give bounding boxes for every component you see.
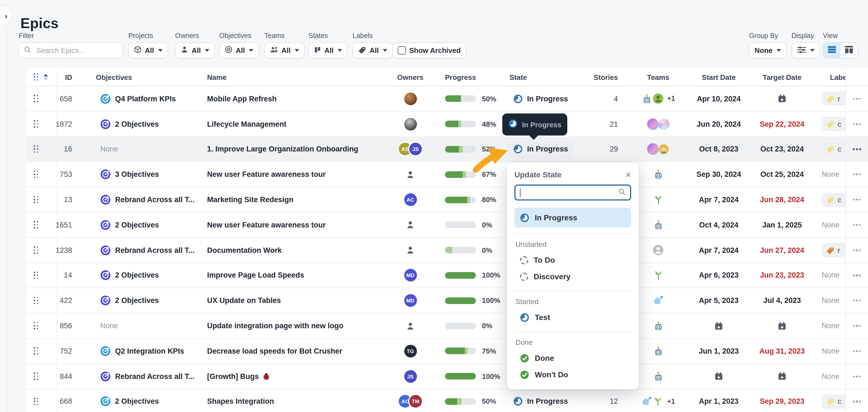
row-drag-handle[interactable] xyxy=(26,263,57,288)
add-date-calendar-icon[interactable] xyxy=(714,321,723,330)
date-text[interactable]: Apr 1, 2023 xyxy=(699,398,739,406)
row-overflow-menu-button[interactable] xyxy=(845,213,868,237)
date-text[interactable]: Aug 31, 2023 xyxy=(759,347,805,355)
column-header-state[interactable]: State xyxy=(498,68,595,86)
filter-projects-dropdown[interactable]: All xyxy=(128,42,168,58)
row-drag-handle[interactable] xyxy=(26,339,57,363)
date-text[interactable]: Jun 23, 2023 xyxy=(760,271,804,280)
date-text[interactable]: Jun 28, 2024 xyxy=(760,195,804,204)
row-overflow-menu-button[interactable] xyxy=(845,313,868,338)
filter-states-dropdown[interactable]: All xyxy=(308,42,347,58)
filter-objectives-dropdown[interactable]: All xyxy=(219,42,258,58)
add-date-calendar-icon[interactable] xyxy=(714,372,723,381)
state-option[interactable]: To Do xyxy=(515,252,631,268)
cell-objectives[interactable]: 2 Objectives xyxy=(83,263,198,288)
cell-name[interactable]: Documentation Work xyxy=(198,238,385,263)
date-text[interactable]: Sep 30, 2024 xyxy=(696,170,741,179)
state-button[interactable]: In Progress xyxy=(507,90,574,107)
cell-name[interactable]: UX Update on Tables xyxy=(198,288,385,313)
filter-teams-dropdown[interactable]: All xyxy=(265,42,304,58)
display-dropdown[interactable] xyxy=(792,42,820,58)
cell-name[interactable]: Decrease load speeds for Bot Crusher xyxy=(198,339,385,363)
row-overflow-menu-button[interactable] xyxy=(845,238,868,263)
column-header-teams[interactable]: Teams xyxy=(628,68,688,86)
column-header-objectives[interactable]: Objectives xyxy=(83,68,198,86)
cell-objectives[interactable]: 2 Objectives xyxy=(83,288,198,313)
row-drag-handle[interactable] xyxy=(26,288,57,313)
group-by-dropdown[interactable]: None xyxy=(749,42,786,58)
cell-objectives[interactable]: 2 Objectives xyxy=(83,112,198,136)
cell-name[interactable]: New user Feature awareness tour xyxy=(198,162,385,187)
column-header-progress[interactable]: Progress xyxy=(435,68,498,86)
row-drag-handle[interactable] xyxy=(26,213,57,237)
cell-name[interactable]: Marketing Site Redesign xyxy=(198,187,385,212)
row-overflow-menu-button[interactable] xyxy=(845,263,868,288)
date-text[interactable]: Oct 8, 2023 xyxy=(699,145,739,153)
cell-name[interactable]: Improve Page Load Speeds xyxy=(198,263,385,288)
date-text[interactable]: Apr 7, 2024 xyxy=(699,246,739,254)
cell-objectives[interactable]: Q4 Platform KPIs xyxy=(83,87,198,111)
row-drag-handle[interactable] xyxy=(26,137,57,162)
close-icon[interactable]: ✕ xyxy=(625,170,631,179)
column-header-name[interactable]: Name xyxy=(198,68,385,86)
cell-objectives[interactable]: Q2 Integration KPIs xyxy=(83,339,198,363)
row-overflow-menu-button[interactable] xyxy=(845,288,868,313)
state-option[interactable]: Discovery xyxy=(515,268,631,285)
cell-objectives[interactable]: Rebrand Across all T... xyxy=(83,187,198,212)
filter-labels-dropdown[interactable]: All xyxy=(352,42,393,58)
row-overflow-menu-button[interactable] xyxy=(845,137,868,162)
date-text[interactable]: Jul 4, 2023 xyxy=(763,296,801,305)
row-drag-handle[interactable] xyxy=(26,364,57,389)
date-text[interactable]: Sep 22, 2024 xyxy=(760,120,804,128)
row-overflow-menu-button[interactable] xyxy=(845,162,868,187)
board-view-button[interactable] xyxy=(840,43,858,58)
column-header-id[interactable]: ID xyxy=(57,68,83,86)
state-option[interactable]: Done xyxy=(515,350,631,366)
show-archived-checkbox[interactable] xyxy=(398,46,406,55)
row-drag-handle[interactable] xyxy=(26,313,57,338)
row-overflow-menu-button[interactable] xyxy=(845,389,868,412)
date-text[interactable]: Apr 7, 2024 xyxy=(699,195,739,204)
list-view-button[interactable] xyxy=(824,43,840,58)
column-header-stories[interactable]: Stories xyxy=(595,68,628,86)
cell-objectives[interactable]: 2 Objectives xyxy=(83,213,198,237)
cell-name[interactable]: [Growth] Bugs xyxy=(198,364,385,389)
column-header-owners[interactable]: Owners xyxy=(385,68,435,86)
cell-objectives[interactable]: 3 Objectives xyxy=(83,162,198,187)
row-drag-handle[interactable] xyxy=(26,187,57,212)
state-button[interactable]: In Progress xyxy=(507,393,574,410)
row-drag-handle[interactable] xyxy=(26,238,57,263)
cell-name[interactable]: New user Feature awareness tour xyxy=(198,213,385,237)
row-overflow-menu-button[interactable] xyxy=(845,112,868,136)
date-text[interactable]: Oct 23, 2024 xyxy=(760,145,804,153)
date-text[interactable]: Jun 20, 2024 xyxy=(697,120,741,128)
date-text[interactable]: Jun 1, 2023 xyxy=(699,347,739,355)
add-date-calendar-icon[interactable] xyxy=(778,94,786,103)
row-drag-handle[interactable] xyxy=(26,389,57,412)
search-epics-box[interactable] xyxy=(18,42,123,58)
state-option[interactable]: Test xyxy=(515,309,631,325)
cell-objectives[interactable]: 2 Objectives xyxy=(83,389,198,412)
state-option-selected[interactable]: In Progress xyxy=(515,208,631,227)
row-overflow-menu-button[interactable] xyxy=(845,339,868,363)
popup-search-input[interactable] xyxy=(515,185,631,200)
date-text[interactable]: Apr 10, 2024 xyxy=(697,95,741,103)
cell-name[interactable]: 1. Improve Large Organization Onboarding xyxy=(198,137,385,162)
date-text[interactable]: Jun 27, 2024 xyxy=(760,246,804,254)
column-header-target-date[interactable]: Target Date xyxy=(749,68,815,86)
expand-sidebar-button[interactable]: › xyxy=(0,5,12,25)
cell-objectives[interactable]: Rebrand Across all T... xyxy=(83,238,198,263)
filter-owners-dropdown[interactable]: All xyxy=(175,42,215,58)
row-drag-handle[interactable] xyxy=(26,112,57,136)
row-overflow-menu-button[interactable] xyxy=(845,87,868,111)
date-text[interactable]: Oct 4, 2024 xyxy=(699,221,739,229)
cell-name[interactable]: Mobile App Refresh xyxy=(198,87,385,111)
state-button[interactable]: In Progress xyxy=(507,141,574,158)
column-reorder-handle[interactable] xyxy=(26,68,57,86)
state-option[interactable]: Won't Do xyxy=(515,366,631,383)
date-text[interactable]: Jan 1, 2025 xyxy=(762,221,802,229)
row-overflow-menu-button[interactable] xyxy=(845,187,868,212)
sort-icon[interactable] xyxy=(43,74,48,81)
row-drag-handle[interactable] xyxy=(26,162,57,187)
cell-name[interactable]: Update integration page with new logo xyxy=(198,313,385,338)
